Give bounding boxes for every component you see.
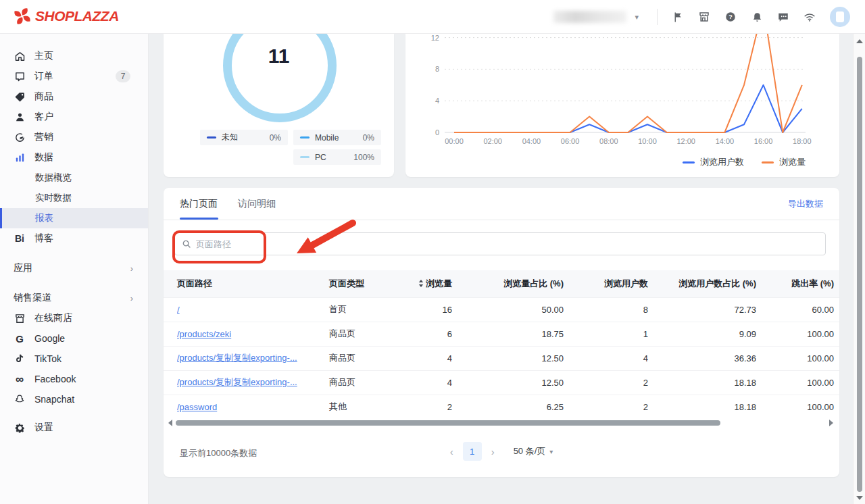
- shoplazza-logo[interactable]: SHOPLAZZA: [14, 7, 119, 25]
- table-row: /products/zeki 商品页 6 18.75 1 9.09 100.00: [164, 322, 839, 346]
- search-icon: [182, 239, 191, 249]
- sidebar-item-home[interactable]: 主页: [0, 46, 148, 66]
- sidebar-item-label: 实时数据: [35, 192, 72, 204]
- sidebar-item-label: 主页: [34, 50, 53, 62]
- current-page-button[interactable]: 1: [463, 442, 482, 461]
- devices-donut-card: 11 未知 0% Mobile 0% PC 100%: [164, 34, 394, 177]
- sidebar-item-tiktok[interactable]: TikTok: [0, 349, 148, 369]
- scroll-up-icon[interactable]: [856, 39, 863, 43]
- network-wifi-icon[interactable]: [804, 11, 816, 23]
- col-views[interactable]: 浏览量: [397, 270, 464, 297]
- scroll-left-icon[interactable]: [168, 420, 172, 426]
- gear-icon: [14, 422, 26, 434]
- scroll-down-icon[interactable]: [856, 496, 863, 500]
- sidebar-item-label: 营销: [34, 131, 53, 143]
- svg-text:16:00: 16:00: [754, 137, 773, 145]
- horizontal-scrollbar-thumb[interactable]: [176, 420, 720, 426]
- page-path-link[interactable]: /products/复制复制exporting-...: [177, 352, 312, 364]
- legend-dash-icon: [300, 136, 310, 138]
- scroll-right-icon[interactable]: [829, 420, 833, 426]
- page-type-cell: 商品页: [316, 346, 397, 370]
- sidebar-item-reports-selected[interactable]: 报表: [0, 208, 148, 228]
- sidebar-item-label: 应用: [14, 262, 32, 274]
- svg-text:10:00: 10:00: [638, 137, 657, 145]
- search-input[interactable]: [196, 239, 818, 249]
- visitors-cell: 1: [576, 322, 660, 346]
- svg-text:8: 8: [435, 65, 439, 73]
- tag-icon: [14, 91, 26, 103]
- chevron-right-icon: ›: [130, 263, 133, 274]
- page-path-link[interactable]: /password: [177, 402, 312, 412]
- messages-icon[interactable]: [777, 11, 789, 23]
- sidebar-item-label: 在线商店: [34, 312, 72, 324]
- page-path-link[interactable]: /products/zeki: [177, 329, 312, 339]
- visitors-pct-cell: 36.36: [660, 346, 768, 370]
- sidebar-item-label: 客户: [34, 111, 53, 123]
- page-path-link[interactable]: /products/复制复制exporting-...: [177, 376, 312, 388]
- hot-pages-table: 页面路径 页面类型 浏览量 浏览量占比 (%) 浏览用户数 浏览用户数占比 (%…: [164, 270, 839, 419]
- sidebar-item-label: 数据: [34, 151, 53, 163]
- horizontal-scrollbar[interactable]: [164, 418, 839, 428]
- sidebar-item-customers[interactable]: 客户: [0, 107, 148, 127]
- sidebar-item-products[interactable]: 商品: [0, 86, 148, 107]
- chevron-down-icon: ▾: [635, 13, 639, 22]
- sidebar-item-marketing[interactable]: 营销: [0, 127, 148, 147]
- prev-page-icon[interactable]: ‹: [450, 446, 453, 457]
- page-type-cell: 其他: [316, 395, 397, 419]
- table-header-row: 页面路径 页面类型 浏览量 浏览量占比 (%) 浏览用户数 浏览用户数占比 (%…: [164, 270, 839, 297]
- legend-dash-icon: [762, 161, 774, 163]
- sidebar-item-label: 设置: [34, 422, 53, 434]
- sidebar-item-google[interactable]: G Google: [0, 328, 148, 349]
- sidebar-item-online-store[interactable]: 在线商店: [0, 308, 148, 328]
- sidebar-item-label: Google: [34, 333, 65, 344]
- page-size-select[interactable]: 50 条/页 ▾: [514, 445, 553, 457]
- visitors-cell: 8: [576, 297, 660, 322]
- notifications-bell-icon[interactable]: [751, 11, 763, 23]
- legend-dash-icon: [683, 161, 695, 163]
- sidebar-item-label: Snapchat: [34, 394, 74, 405]
- page-path-search[interactable]: [174, 232, 826, 255]
- tab-bar: 热门页面 访问明细 导出数据: [164, 188, 839, 220]
- visitors-pct-cell: 18.18: [660, 370, 768, 395]
- help-icon[interactable]: ?: [724, 11, 737, 23]
- legend-item-unknown[interactable]: 未知 0%: [200, 130, 288, 145]
- active-tab-underline: [180, 218, 218, 220]
- vertical-scrollbar[interactable]: [853, 34, 865, 504]
- sidebar-item-facebook[interactable]: ∞ Facebook: [0, 369, 148, 389]
- sort-icon[interactable]: [418, 279, 424, 289]
- sidebar-item-analytics[interactable]: 数据: [0, 147, 148, 168]
- donut-center-value: 11: [164, 45, 394, 68]
- avatar[interactable]: [830, 7, 850, 27]
- store-selector[interactable]: ▾: [553, 11, 639, 23]
- sidebar-item-settings[interactable]: 设置: [0, 418, 148, 438]
- legend-item-mobile[interactable]: Mobile 0%: [293, 130, 381, 145]
- legend-item-pageviews[interactable]: 浏览量: [762, 156, 806, 168]
- sidebar-item-label: TikTok: [34, 353, 61, 364]
- sidebar-item-snapchat[interactable]: Snapchat: [0, 389, 148, 409]
- export-data-link[interactable]: 导出数据: [788, 198, 823, 210]
- views-cell: 2: [397, 395, 464, 419]
- tab-visit-detail[interactable]: 访问明细: [238, 198, 276, 210]
- sidebar-item-sales-channels[interactable]: 销售渠道 ›: [0, 288, 148, 308]
- flag-icon[interactable]: [672, 11, 684, 23]
- sidebar-item-orders[interactable]: 订单 7: [0, 66, 148, 86]
- storefront-icon[interactable]: [698, 11, 710, 23]
- sidebar-item-apps[interactable]: 应用 ›: [0, 258, 148, 278]
- page-type-cell: 首页: [316, 297, 397, 322]
- page-path-link[interactable]: /: [177, 305, 312, 315]
- next-page-icon[interactable]: ›: [491, 446, 495, 457]
- page-type-cell: 商品页: [316, 370, 397, 395]
- views-pct-cell: 12.50: [464, 370, 576, 395]
- table-row: /products/复制复制exporting-... 商品页 4 12.50 …: [164, 346, 839, 370]
- sidebar-item-realtime-data[interactable]: 实时数据: [0, 188, 148, 208]
- sidebar-item-blog[interactable]: Bi 博客: [0, 228, 148, 249]
- tab-hot-pages[interactable]: 热门页面: [180, 198, 218, 210]
- svg-text:12: 12: [431, 34, 439, 42]
- col-visitors-pct: 浏览用户数占比 (%): [660, 270, 768, 297]
- svg-text:18:00: 18:00: [793, 137, 812, 145]
- sidebar-item-data-overview[interactable]: 数据概览: [0, 168, 148, 188]
- views-cell: 16: [397, 297, 464, 322]
- vertical-scrollbar-thumb[interactable]: [857, 57, 862, 492]
- legend-item-visitors[interactable]: 浏览用户数: [683, 156, 744, 168]
- legend-item-pc[interactable]: PC 100%: [293, 149, 381, 165]
